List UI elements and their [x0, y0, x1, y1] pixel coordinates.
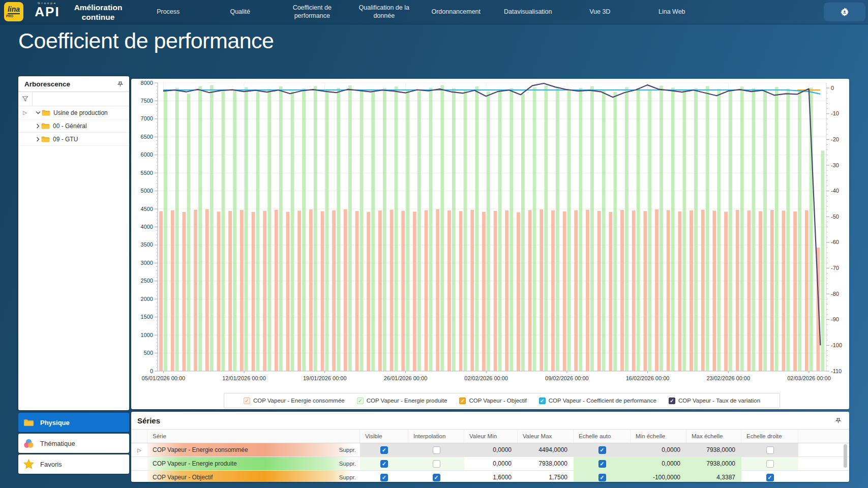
col-header-3[interactable]: Valeur Min — [464, 430, 518, 443]
nav-item-3[interactable]: Qualification de la donnée — [348, 0, 421, 24]
checkbox-checked[interactable]: ✓ — [380, 446, 388, 454]
checkbox-checked[interactable]: ✓ — [598, 446, 606, 454]
tree-node-child[interactable]: 00 - Général — [18, 119, 129, 133]
filter-button[interactable] — [18, 92, 33, 106]
checkbox-checked[interactable]: ✓ — [598, 474, 606, 481]
tree-node-root[interactable]: ▷ Usine de production — [18, 106, 129, 119]
legend-checkbox[interactable]: ✓ — [669, 398, 675, 404]
echelle-droite-cell: ✓ — [741, 471, 798, 482]
valeur-max-cell: 1,7500 — [518, 471, 574, 482]
nav-item-6[interactable]: Vue 3D — [564, 0, 636, 24]
lina-logo[interactable]: lina PRO — [4, 2, 23, 21]
star-icon — [23, 459, 34, 469]
svg-text:-100: -100 — [831, 342, 842, 348]
nav-item-1[interactable]: Qualité — [204, 0, 277, 24]
checkbox-checked[interactable]: ✓ — [433, 474, 440, 481]
series-name-cell: COP Vapeur - ObjectifSuppr. — [147, 471, 360, 482]
suppr-button[interactable]: Suppr. — [339, 447, 360, 453]
table-scrollbar-thumb[interactable] — [844, 444, 847, 468]
checkbox-unchecked[interactable] — [433, 460, 440, 468]
svg-text:1000: 1000 — [141, 332, 153, 338]
row-expander: ▷ — [131, 443, 147, 456]
svg-text:26/01/2026 00:00: 26/01/2026 00:00 — [384, 375, 428, 381]
series-name-cell: COP Vapeur - Energie produiteSuppr. — [147, 457, 360, 470]
col-header-8[interactable]: Echelle droite — [741, 430, 798, 443]
nav-item-2[interactable]: Coefficient de performance — [276, 0, 348, 24]
echelle-auto-cell: ✓ — [574, 443, 631, 456]
svg-text:-70: -70 — [831, 265, 839, 271]
lina-logo-text: lina — [8, 6, 20, 14]
series-row-2[interactable]: COP Vapeur - ObjectifSuppr.✓✓1,60001,750… — [131, 471, 849, 482]
legend-checkbox[interactable]: ✓ — [459, 398, 466, 404]
app-root: lina PRO Groupe API Amélioration continu… — [0, 0, 868, 488]
legend-checkbox[interactable]: ✓ — [539, 398, 546, 404]
tree: ▷ Usine de production 00 - Général — [18, 106, 129, 146]
col-header-6[interactable]: Min échelle — [631, 430, 686, 443]
echelle-auto-cell: ✓ — [574, 457, 631, 470]
legend-checkbox[interactable]: ✓ — [357, 398, 364, 404]
svg-text:12/01/2026 00:00: 12/01/2026 00:00 — [222, 375, 266, 381]
nav-item-4[interactable]: Ordonnancement — [420, 0, 492, 24]
checkbox-checked[interactable]: ✓ — [380, 460, 388, 468]
svg-text:-50: -50 — [831, 214, 839, 220]
arborescence-title: Arborescence — [24, 80, 116, 88]
nav-item-0[interactable]: Process — [132, 0, 204, 24]
tree-node-label: 00 - Général — [53, 123, 87, 130]
svg-text:05/01/2026 00:00: 05/01/2026 00:00 — [142, 375, 186, 381]
suppr-button[interactable]: Suppr. — [339, 474, 360, 480]
arborescence-header: Arborescence — [18, 76, 129, 92]
checkbox-unchecked[interactable] — [433, 446, 440, 454]
visible-cell: ✓ — [360, 443, 408, 456]
series-row-0[interactable]: ▷COP Vapeur - Energie consomméeSuppr.✓0,… — [131, 443, 849, 457]
checkbox-checked[interactable]: ✓ — [598, 460, 606, 468]
nav-item-7[interactable]: Lina Web — [636, 0, 708, 24]
series-row-1[interactable]: COP Vapeur - Energie produiteSuppr.✓0,00… — [131, 457, 849, 471]
chevron-down-icon[interactable] — [36, 110, 41, 115]
chevron-right-icon[interactable] — [36, 137, 40, 142]
col-header-7[interactable]: Max échelle — [686, 430, 741, 443]
performance-chart: 0500100015002000250030003500400045005000… — [131, 79, 849, 409]
series-name: COP Vapeur - Objectif — [147, 474, 339, 481]
checkbox-checked[interactable]: ✓ — [380, 474, 388, 481]
col-header-5[interactable]: Echelle auto — [574, 430, 631, 443]
svg-text:5000: 5000 — [141, 188, 153, 194]
api-logo[interactable]: Groupe API — [29, 2, 65, 18]
sidebar-button-favoris[interactable]: Favoris — [18, 454, 129, 474]
tree-node-child[interactable]: 09 - GTU — [18, 133, 129, 146]
svg-text:500: 500 — [144, 350, 153, 356]
col-header-1[interactable]: Visible — [360, 430, 408, 443]
svg-text:-80: -80 — [831, 291, 839, 297]
tree-root-expander-icon[interactable]: ▷ — [18, 110, 32, 115]
top-navbar: lina PRO Groupe API Amélioration continu… — [0, 0, 868, 24]
row-filler — [798, 443, 849, 456]
legend-label: COP Vapeur - Coefficient de performance — [549, 398, 656, 404]
funnel-icon — [22, 96, 28, 102]
svg-text:16/02/2026 00:00: 16/02/2026 00:00 — [626, 375, 670, 381]
checkbox-unchecked[interactable] — [766, 460, 774, 468]
col-header-0[interactable]: Série — [147, 430, 360, 443]
svg-text:-30: -30 — [831, 162, 839, 168]
svg-text:0: 0 — [831, 85, 834, 91]
series-title: Séries — [137, 416, 834, 425]
settings-button[interactable] — [824, 3, 865, 21]
checkbox-unchecked[interactable] — [766, 446, 774, 454]
pin-icon[interactable] — [834, 417, 842, 424]
arborescence-panel: Arborescence ▷ — [18, 76, 129, 410]
row-expander-icon[interactable]: ▷ — [137, 447, 141, 453]
pin-icon[interactable] — [116, 80, 124, 88]
interpolation-cell — [408, 443, 464, 456]
svg-text:6500: 6500 — [141, 134, 153, 140]
suppr-button[interactable]: Suppr. — [339, 461, 360, 467]
col-header-4[interactable]: Valeur Max — [518, 430, 574, 443]
nav-item-5[interactable]: Datavisualisation — [492, 0, 564, 24]
chevron-right-icon[interactable] — [36, 124, 40, 129]
min-echelle-cell: -100,0000 — [631, 471, 686, 482]
svg-text:4000: 4000 — [141, 224, 153, 230]
legend-checkbox[interactable]: ✓ — [244, 398, 250, 404]
checkbox-checked[interactable]: ✓ — [766, 474, 774, 481]
col-header-2[interactable]: Interpolation — [408, 430, 464, 443]
sidebar-button-physique[interactable]: Physique — [18, 413, 129, 432]
svg-text:8000: 8000 — [141, 80, 153, 86]
sidebar-button-thematique[interactable]: Thématique — [18, 434, 129, 453]
tree-filter-input[interactable] — [33, 92, 129, 106]
